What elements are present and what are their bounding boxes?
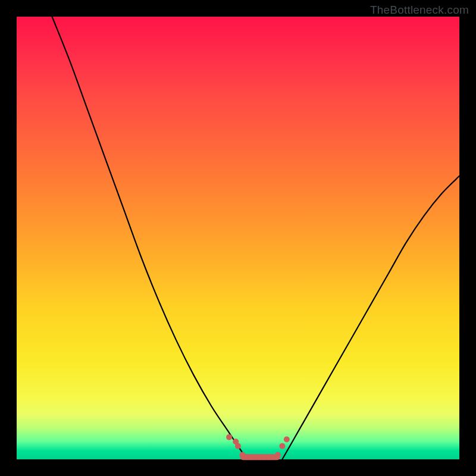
marker-dot — [279, 443, 285, 449]
attribution-text: TheBottleneck.com — [370, 4, 469, 17]
marker-dot — [266, 454, 272, 460]
bottom-markers — [226, 434, 290, 460]
right-curve — [282, 176, 459, 459]
marker-dot — [235, 443, 241, 449]
curves-svg — [17, 17, 459, 459]
marker-dot — [275, 452, 281, 458]
plot-area — [17, 17, 459, 459]
left-curve — [52, 17, 247, 459]
chart-frame: TheBottleneck.com — [0, 0, 476, 476]
marker-dot — [226, 434, 232, 440]
marker-dot — [284, 437, 290, 443]
